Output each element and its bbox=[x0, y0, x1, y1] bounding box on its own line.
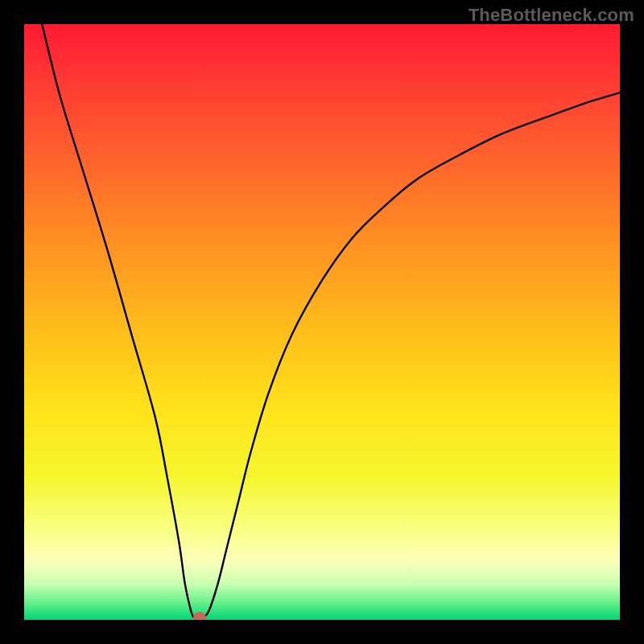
chart-frame: TheBottleneck.com bbox=[0, 0, 644, 644]
watermark-text: TheBottleneck.com bbox=[469, 5, 634, 26]
bottleneck-curve bbox=[42, 24, 620, 618]
plot-area bbox=[24, 24, 620, 620]
curve-svg bbox=[24, 24, 620, 620]
min-point-marker bbox=[193, 612, 206, 620]
